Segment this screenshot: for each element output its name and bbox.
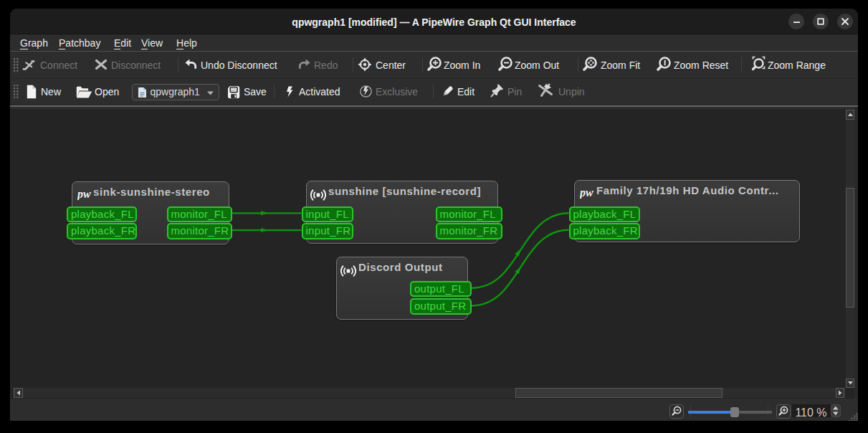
svg-text:pw: pw	[77, 189, 91, 200]
svg-text:pw: pw	[580, 188, 593, 199]
